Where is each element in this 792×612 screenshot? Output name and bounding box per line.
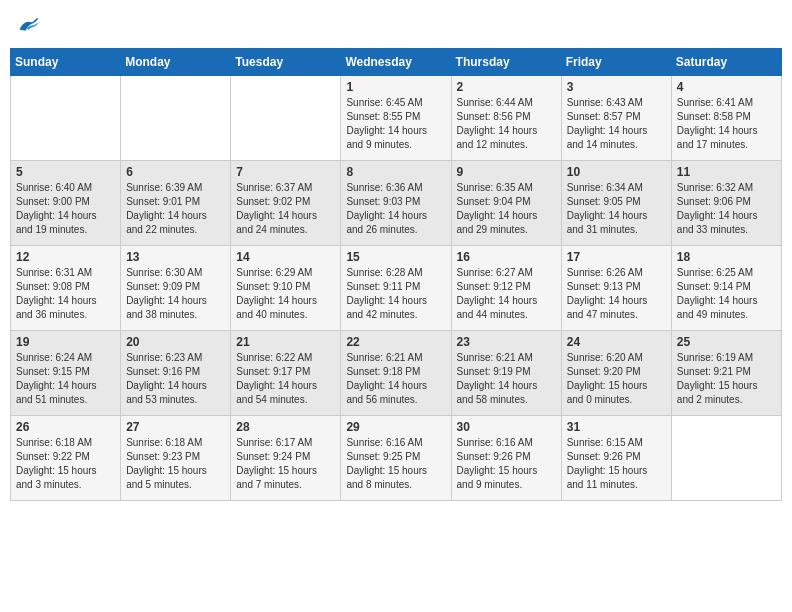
day-number: 24: [567, 335, 666, 349]
calendar-cell: 23Sunrise: 6:21 AMSunset: 9:19 PMDayligh…: [451, 331, 561, 416]
calendar-cell: 9Sunrise: 6:35 AMSunset: 9:04 PMDaylight…: [451, 161, 561, 246]
day-info: Sunrise: 6:45 AMSunset: 8:55 PMDaylight:…: [346, 96, 445, 152]
column-header-saturday: Saturday: [671, 49, 781, 76]
calendar-cell: 29Sunrise: 6:16 AMSunset: 9:25 PMDayligh…: [341, 416, 451, 501]
calendar-cell: 17Sunrise: 6:26 AMSunset: 9:13 PMDayligh…: [561, 246, 671, 331]
day-info: Sunrise: 6:18 AMSunset: 9:23 PMDaylight:…: [126, 436, 225, 492]
calendar-cell: 14Sunrise: 6:29 AMSunset: 9:10 PMDayligh…: [231, 246, 341, 331]
day-number: 13: [126, 250, 225, 264]
calendar-cell: 13Sunrise: 6:30 AMSunset: 9:09 PMDayligh…: [121, 246, 231, 331]
calendar-cell: 2Sunrise: 6:44 AMSunset: 8:56 PMDaylight…: [451, 76, 561, 161]
page-header: [10, 10, 782, 40]
calendar-cell: 20Sunrise: 6:23 AMSunset: 9:16 PMDayligh…: [121, 331, 231, 416]
day-number: 10: [567, 165, 666, 179]
calendar-cell: [671, 416, 781, 501]
column-header-monday: Monday: [121, 49, 231, 76]
day-info: Sunrise: 6:24 AMSunset: 9:15 PMDaylight:…: [16, 351, 115, 407]
day-number: 11: [677, 165, 776, 179]
calendar-cell: 10Sunrise: 6:34 AMSunset: 9:05 PMDayligh…: [561, 161, 671, 246]
calendar-cell: 5Sunrise: 6:40 AMSunset: 9:00 PMDaylight…: [11, 161, 121, 246]
day-info: Sunrise: 6:20 AMSunset: 9:20 PMDaylight:…: [567, 351, 666, 407]
day-info: Sunrise: 6:28 AMSunset: 9:11 PMDaylight:…: [346, 266, 445, 322]
day-info: Sunrise: 6:16 AMSunset: 9:26 PMDaylight:…: [457, 436, 556, 492]
day-info: Sunrise: 6:15 AMSunset: 9:26 PMDaylight:…: [567, 436, 666, 492]
calendar-week-1: 1Sunrise: 6:45 AMSunset: 8:55 PMDaylight…: [11, 76, 782, 161]
day-number: 21: [236, 335, 335, 349]
column-header-sunday: Sunday: [11, 49, 121, 76]
day-info: Sunrise: 6:16 AMSunset: 9:25 PMDaylight:…: [346, 436, 445, 492]
day-info: Sunrise: 6:27 AMSunset: 9:12 PMDaylight:…: [457, 266, 556, 322]
day-info: Sunrise: 6:32 AMSunset: 9:06 PMDaylight:…: [677, 181, 776, 237]
day-number: 30: [457, 420, 556, 434]
day-number: 12: [16, 250, 115, 264]
day-number: 6: [126, 165, 225, 179]
day-info: Sunrise: 6:44 AMSunset: 8:56 PMDaylight:…: [457, 96, 556, 152]
day-info: Sunrise: 6:22 AMSunset: 9:17 PMDaylight:…: [236, 351, 335, 407]
day-number: 8: [346, 165, 445, 179]
day-info: Sunrise: 6:29 AMSunset: 9:10 PMDaylight:…: [236, 266, 335, 322]
day-number: 22: [346, 335, 445, 349]
day-number: 4: [677, 80, 776, 94]
calendar-cell: 4Sunrise: 6:41 AMSunset: 8:58 PMDaylight…: [671, 76, 781, 161]
day-number: 15: [346, 250, 445, 264]
day-number: 14: [236, 250, 335, 264]
day-number: 7: [236, 165, 335, 179]
column-header-thursday: Thursday: [451, 49, 561, 76]
day-info: Sunrise: 6:34 AMSunset: 9:05 PMDaylight:…: [567, 181, 666, 237]
calendar-cell: 8Sunrise: 6:36 AMSunset: 9:03 PMDaylight…: [341, 161, 451, 246]
day-info: Sunrise: 6:17 AMSunset: 9:24 PMDaylight:…: [236, 436, 335, 492]
calendar-cell: 21Sunrise: 6:22 AMSunset: 9:17 PMDayligh…: [231, 331, 341, 416]
day-number: 9: [457, 165, 556, 179]
calendar-cell: 22Sunrise: 6:21 AMSunset: 9:18 PMDayligh…: [341, 331, 451, 416]
header-row: SundayMondayTuesdayWednesdayThursdayFrid…: [11, 49, 782, 76]
day-info: Sunrise: 6:31 AMSunset: 9:08 PMDaylight:…: [16, 266, 115, 322]
day-info: Sunrise: 6:30 AMSunset: 9:09 PMDaylight:…: [126, 266, 225, 322]
day-number: 18: [677, 250, 776, 264]
day-number: 19: [16, 335, 115, 349]
calendar-cell: 6Sunrise: 6:39 AMSunset: 9:01 PMDaylight…: [121, 161, 231, 246]
day-info: Sunrise: 6:19 AMSunset: 9:21 PMDaylight:…: [677, 351, 776, 407]
calendar-cell: 3Sunrise: 6:43 AMSunset: 8:57 PMDaylight…: [561, 76, 671, 161]
day-info: Sunrise: 6:39 AMSunset: 9:01 PMDaylight:…: [126, 181, 225, 237]
day-info: Sunrise: 6:23 AMSunset: 9:16 PMDaylight:…: [126, 351, 225, 407]
calendar-cell: 31Sunrise: 6:15 AMSunset: 9:26 PMDayligh…: [561, 416, 671, 501]
day-number: 23: [457, 335, 556, 349]
calendar-cell: 7Sunrise: 6:37 AMSunset: 9:02 PMDaylight…: [231, 161, 341, 246]
day-info: Sunrise: 6:43 AMSunset: 8:57 PMDaylight:…: [567, 96, 666, 152]
column-header-wednesday: Wednesday: [341, 49, 451, 76]
calendar-cell: 25Sunrise: 6:19 AMSunset: 9:21 PMDayligh…: [671, 331, 781, 416]
calendar-table: SundayMondayTuesdayWednesdayThursdayFrid…: [10, 48, 782, 501]
day-number: 16: [457, 250, 556, 264]
logo-bird-icon: [18, 14, 40, 36]
day-info: Sunrise: 6:18 AMSunset: 9:22 PMDaylight:…: [16, 436, 115, 492]
day-number: 3: [567, 80, 666, 94]
calendar-cell: 11Sunrise: 6:32 AMSunset: 9:06 PMDayligh…: [671, 161, 781, 246]
calendar-cell: 18Sunrise: 6:25 AMSunset: 9:14 PMDayligh…: [671, 246, 781, 331]
calendar-cell: 26Sunrise: 6:18 AMSunset: 9:22 PMDayligh…: [11, 416, 121, 501]
calendar-cell: 27Sunrise: 6:18 AMSunset: 9:23 PMDayligh…: [121, 416, 231, 501]
day-number: 28: [236, 420, 335, 434]
day-number: 25: [677, 335, 776, 349]
calendar-cell: 28Sunrise: 6:17 AMSunset: 9:24 PMDayligh…: [231, 416, 341, 501]
day-info: Sunrise: 6:37 AMSunset: 9:02 PMDaylight:…: [236, 181, 335, 237]
calendar-cell: 1Sunrise: 6:45 AMSunset: 8:55 PMDaylight…: [341, 76, 451, 161]
column-header-tuesday: Tuesday: [231, 49, 341, 76]
calendar-cell: 12Sunrise: 6:31 AMSunset: 9:08 PMDayligh…: [11, 246, 121, 331]
calendar-week-2: 5Sunrise: 6:40 AMSunset: 9:00 PMDaylight…: [11, 161, 782, 246]
day-info: Sunrise: 6:35 AMSunset: 9:04 PMDaylight:…: [457, 181, 556, 237]
day-number: 5: [16, 165, 115, 179]
calendar-cell: [121, 76, 231, 161]
day-info: Sunrise: 6:21 AMSunset: 9:18 PMDaylight:…: [346, 351, 445, 407]
day-number: 27: [126, 420, 225, 434]
day-info: Sunrise: 6:25 AMSunset: 9:14 PMDaylight:…: [677, 266, 776, 322]
calendar-cell: 16Sunrise: 6:27 AMSunset: 9:12 PMDayligh…: [451, 246, 561, 331]
day-info: Sunrise: 6:21 AMSunset: 9:19 PMDaylight:…: [457, 351, 556, 407]
day-number: 20: [126, 335, 225, 349]
calendar-week-3: 12Sunrise: 6:31 AMSunset: 9:08 PMDayligh…: [11, 246, 782, 331]
calendar-cell: 24Sunrise: 6:20 AMSunset: 9:20 PMDayligh…: [561, 331, 671, 416]
day-number: 31: [567, 420, 666, 434]
calendar-week-5: 26Sunrise: 6:18 AMSunset: 9:22 PMDayligh…: [11, 416, 782, 501]
calendar-cell: 15Sunrise: 6:28 AMSunset: 9:11 PMDayligh…: [341, 246, 451, 331]
day-number: 1: [346, 80, 445, 94]
calendar-cell: [231, 76, 341, 161]
